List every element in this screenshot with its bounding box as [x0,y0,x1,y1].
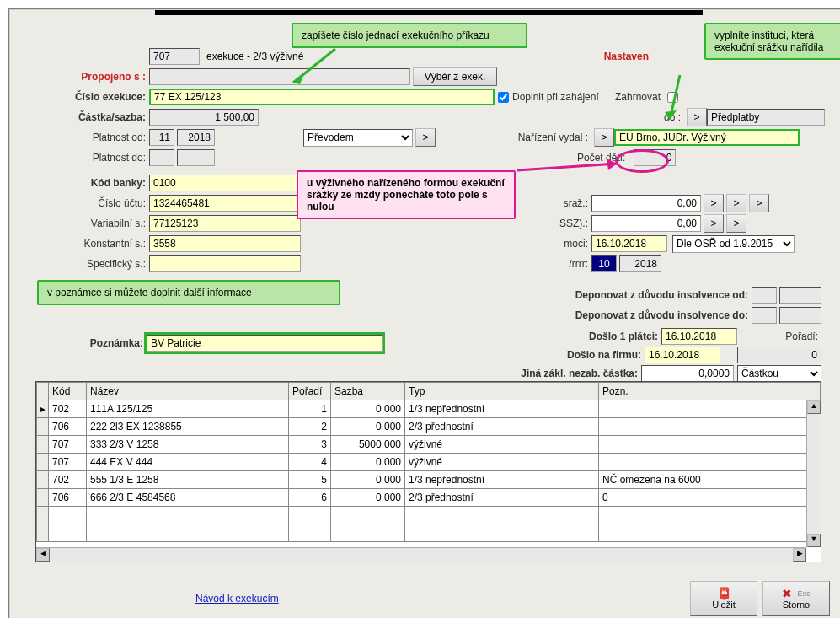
doplnit-checkbox[interactable] [498,92,509,103]
sraz-btn3[interactable]: > [749,194,769,212]
cell-typ[interactable]: 2/3 přednostní [405,418,599,436]
variabilni-input[interactable] [149,215,301,232]
cell-pozn[interactable] [599,454,821,471]
cell-kod[interactable]: 707 [49,436,87,454]
navod-link[interactable]: Návod k exekucím [195,593,279,605]
th-nazev[interactable]: Název [87,383,289,400]
doslo-platci-input[interactable] [661,328,737,345]
kod-banky-input[interactable] [149,175,301,191]
table-row[interactable] [37,507,821,524]
narizeni-nav-button[interactable]: > [594,128,614,147]
cell-pozn[interactable]: 0 [599,489,821,507]
cancel-button[interactable]: ✖ Esc Storno [762,581,830,616]
pocet-deti-input[interactable] [634,149,676,166]
cell-nazev[interactable]: 666 2/3 E 4584568 [87,489,289,507]
do-nav-button[interactable]: > [687,108,707,126]
cell-nazev[interactable]: 222 2l3 EX 1238855 [87,418,289,436]
cell-kod[interactable]: 706 [49,489,87,507]
ssz-btn2[interactable]: > [726,214,746,233]
platnost-do-year[interactable] [177,149,215,166]
ssz-input[interactable] [591,215,701,232]
th-kod[interactable]: Kód [49,383,87,400]
zpusob-select[interactable]: Převodem [303,129,413,147]
cell-nazev[interactable]: 333 2/3 V 1258 [87,436,289,454]
exekuce-table[interactable]: Kód Název Pořadí Sazba Typ Pozn. ▸702111… [36,382,821,542]
table-row[interactable]: ▸702111A 125/12510,0001/3 nepřednostní [37,400,821,418]
doslo-firmu-input[interactable] [645,347,720,363]
table-row[interactable] [37,524,821,542]
scroll-up-icon[interactable]: ▲ [807,400,821,414]
cell-kod[interactable]: 706 [49,418,87,436]
castkou-select[interactable]: Částkou [737,365,821,383]
specificky-input[interactable] [149,255,301,272]
castka-input[interactable] [149,109,259,126]
sraz-btn1[interactable]: > [704,194,724,212]
cell-sazba[interactable]: 5000,000 [331,436,405,454]
n-month-input[interactable]: 10 [591,255,617,272]
platnost-od-month[interactable] [149,129,174,146]
ssz-btn1[interactable]: > [704,214,724,233]
cell-typ[interactable]: výživné [405,436,599,454]
scroll-down-icon[interactable]: ▼ [807,534,821,547]
n-year-input[interactable] [619,255,661,272]
table-hscrollbar[interactable]: ◀ ▶ [36,547,806,562]
cislo-uctu-input[interactable] [149,195,301,212]
propojeno-input[interactable] [149,68,410,85]
cell-sazba[interactable]: 0,000 [331,454,405,471]
cell-poradi[interactable]: 6 [289,489,331,507]
deponovat-od-m[interactable] [752,287,777,304]
cell-pozn[interactable] [599,418,821,436]
th-poradi[interactable]: Pořadí [289,383,331,400]
cell-sazba[interactable]: 0,000 [331,400,405,418]
table-row[interactable]: 702555 1/3 E 125850,0001/3 nepřednostníN… [37,471,821,489]
platnost-do-month[interactable] [149,149,174,166]
deponovat-do-m[interactable] [752,307,777,324]
cell-poradi[interactable]: 4 [289,454,331,471]
cislo-exekuce-input[interactable] [149,89,495,105]
jina-zakl-input[interactable] [641,365,734,382]
cell-typ[interactable]: 2/3 přednostní [405,489,599,507]
cell-sazba[interactable]: 0,000 [331,471,405,489]
poradi-input[interactable] [737,347,821,363]
moci-input[interactable] [591,235,667,252]
deponovat-do-r[interactable] [779,307,821,324]
predplatby-input[interactable] [707,109,825,126]
cell-sazba[interactable]: 0,000 [331,489,405,507]
cell-poradi[interactable]: 3 [289,436,331,454]
cell-poradi[interactable]: 2 [289,418,331,436]
cell-pozn[interactable] [599,436,821,454]
save-button[interactable]: 📮 Uložit [690,581,757,616]
cell-poradi[interactable]: 1 [289,400,331,418]
th-sazba[interactable]: Sazba [331,383,405,400]
table-vscrollbar[interactable]: ▲ ▼ [806,400,821,547]
table-row[interactable]: 707333 2/3 V 125835000,000výživné [37,436,821,454]
th-typ[interactable]: Typ [405,383,599,400]
cell-sazba[interactable]: 0,000 [331,418,405,436]
konstantni-input[interactable] [149,235,301,252]
scroll-right-icon[interactable]: ▶ [793,548,806,562]
cell-nazev[interactable]: 555 1/3 E 1258 [87,471,289,489]
table-row[interactable]: 706666 2/3 E 458456860,0002/3 přednostní… [37,489,821,507]
cell-pozn[interactable]: NČ omezena na 6000 [599,471,821,489]
zpusob-nav-button[interactable]: > [415,128,436,147]
cell-kod[interactable]: 702 [49,471,87,489]
cell-nazev[interactable]: 444 EX V 444 [87,454,289,471]
poznamka-input[interactable] [147,335,383,352]
scroll-left-icon[interactable]: ◀ [36,548,50,562]
sraz-btn2[interactable]: > [726,194,746,212]
cell-poradi[interactable]: 5 [289,471,331,489]
cell-typ[interactable]: výživné [405,454,599,471]
table-row[interactable]: 707444 EX V 44440,000výživné [37,454,821,471]
cell-pozn[interactable] [599,400,821,418]
cell-kod[interactable]: 707 [49,454,87,471]
vyber-z-exek-button[interactable]: Výběr z exek. [413,67,497,86]
cell-nazev[interactable]: 111A 125/125 [87,400,289,418]
cell-typ[interactable]: 1/3 nepřednostní [405,400,599,418]
th-pozn[interactable]: Pozn. [599,383,821,400]
cell-typ[interactable]: 1/3 nepřednostní [405,471,599,489]
deponovat-od-r[interactable] [779,287,821,304]
osr-select[interactable]: Dle OSŘ od 1.9.2015 [672,235,795,253]
table-row[interactable]: 706222 2l3 EX 123885520,0002/3 přednostn… [37,418,821,436]
cell-kod[interactable]: 702 [49,400,87,418]
platnost-od-year[interactable] [177,129,215,146]
